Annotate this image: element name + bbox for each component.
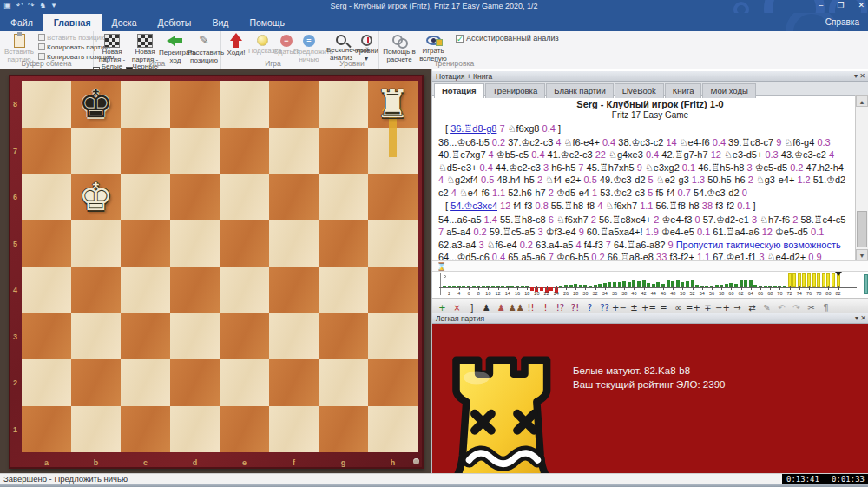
move-token[interactable]: ♘e2-g3 (656, 174, 689, 185)
annotation-symbol-button[interactable]: ↷ (789, 301, 804, 313)
move-token[interactable]: 65.a5-a6 (508, 252, 545, 260)
scroll-up-icon[interactable]: ▲ (856, 95, 868, 107)
board-square-c3[interactable] (121, 313, 170, 360)
board-square-g2[interactable] (319, 359, 368, 406)
close-button[interactable]: ✕ (858, 1, 865, 10)
move-token[interactable]: 50.h5-h6 (707, 174, 745, 185)
move-token[interactable]: f3-f2 (715, 201, 734, 211)
board-square-e3[interactable] (220, 313, 269, 360)
move-token[interactable]: 55.♖h8-f8 (551, 201, 595, 211)
annotation-symbol-button[interactable]: ¶ (819, 301, 833, 313)
move-token[interactable]: 52.h6-h7 (508, 188, 545, 198)
board-square-a4[interactable] (22, 267, 71, 313)
move-token[interactable]: ♘f6xh7 (605, 201, 637, 211)
annotation-symbol-button[interactable]: ? (582, 301, 597, 313)
board-square-a5[interactable] (22, 220, 71, 267)
white-king-piece[interactable]: ♚ (71, 174, 121, 220)
annotation-symbol-button[interactable]: ± (627, 301, 641, 313)
annotation-symbol-button[interactable]: ♟ (494, 301, 509, 313)
collapse-icon[interactable]: ▾ (855, 314, 858, 322)
notation-tab-Книга[interactable]: Книга (665, 83, 702, 98)
annotation-symbol-button[interactable]: += (641, 301, 656, 313)
move-token[interactable]: 45.♖h7xh5 (587, 162, 635, 173)
variation-move[interactable]: 36.♖d8-g8 (450, 123, 496, 134)
move-token[interactable]: ♔b5-c5 (496, 149, 529, 160)
move-token[interactable]: ♘e4-f6 (680, 137, 710, 148)
notation-tab-Бланк партии[interactable]: Бланк партии (546, 83, 613, 98)
assisted-analysis-checkbox[interactable]: ✓Ассистированный анализ (456, 34, 559, 43)
black-king-piece[interactable]: ♚ (71, 81, 121, 128)
move-token[interactable]: 54.♔c3-d2 (694, 188, 740, 198)
annotation-symbol-button[interactable]: !? (553, 301, 568, 313)
move-token[interactable]: 48.h4-h5 (496, 174, 534, 185)
board-square-g8[interactable] (319, 81, 368, 128)
board-square-b4[interactable] (71, 267, 121, 313)
chess-board[interactable] (22, 81, 418, 452)
board-square-d1[interactable] (170, 406, 220, 453)
annotation-symbol-button[interactable]: × (450, 301, 464, 313)
board-square-f8[interactable] (269, 81, 319, 128)
board-square-d2[interactable] (170, 359, 220, 406)
move-token[interactable]: ♘f6xg8 (508, 123, 540, 134)
annotation-symbol-button[interactable]: !! (523, 301, 538, 313)
board-square-h5[interactable] (368, 220, 418, 267)
board-square-f2[interactable] (269, 359, 319, 406)
board-square-h3[interactable] (368, 313, 418, 360)
move-token[interactable]: ♔e4-e5 (661, 227, 694, 237)
board-square-b7[interactable] (71, 128, 121, 174)
board-square-g6[interactable] (319, 174, 368, 220)
move-token[interactable]: ♘f4-e2+ (545, 174, 581, 185)
tab-Помощь[interactable]: Помощь (239, 14, 295, 31)
board-square-e4[interactable] (220, 267, 269, 313)
help-link[interactable]: Справка (825, 17, 859, 27)
board-square-g1[interactable] (319, 406, 368, 453)
move-token[interactable]: ♘f6-e4+ (564, 137, 600, 148)
move-token[interactable]: 42.♖g7-h7 (661, 149, 707, 160)
board-square-d5[interactable] (170, 220, 220, 267)
annotation-symbol-button[interactable]: ✎ (760, 301, 774, 313)
board-square-e7[interactable] (220, 128, 269, 174)
annotation-symbol-button[interactable]: ↶ (774, 301, 789, 313)
move-token[interactable]: ♘f6-g4 (784, 137, 814, 148)
move-token[interactable]: ♔e4-f3 (661, 214, 692, 225)
board-square-e5[interactable] (220, 220, 269, 267)
board-square-a7[interactable] (22, 128, 71, 174)
move-token[interactable]: 44.♔c2-c3 (496, 162, 541, 173)
board-square-e2[interactable] (220, 359, 269, 406)
move-token[interactable]: ♘g3-e4+ (756, 174, 794, 185)
move-token[interactable]: ♘f6xh7 (556, 214, 589, 225)
move-token[interactable]: 64...♔d5-c6 (438, 252, 490, 260)
tab-Дебюты[interactable]: Дебюты (148, 14, 202, 31)
annotation-symbol-button[interactable]: ?! (568, 301, 582, 313)
move-token[interactable]: 64.♖a6-a8? (614, 240, 665, 250)
annotation-symbol-button[interactable]: ∞ (671, 301, 686, 313)
move-token[interactable]: ] (558, 123, 561, 134)
tab-Доска[interactable]: Доска (102, 14, 148, 31)
move-token[interactable]: [ (445, 123, 448, 134)
evaluation-chart[interactable]: 2468101214161820222426283032343638404244… (432, 272, 868, 298)
move-token[interactable]: f5-f4 (655, 188, 674, 198)
move-token[interactable]: 57.♔d2-e1 (703, 214, 749, 225)
move-token[interactable]: 53.♔c2-c3 (600, 188, 645, 198)
move-token[interactable]: 66.♖a8-e8 (608, 252, 654, 260)
minimize-button[interactable]: – (819, 1, 823, 10)
move-token[interactable]: [ (445, 201, 448, 211)
notation-tab-LiveBook[interactable]: LiveBook (615, 83, 664, 98)
board-square-d8[interactable] (170, 81, 220, 128)
notation-scrollbar[interactable]: ▲ ▼ (855, 95, 868, 260)
move-token[interactable]: ♘f6-e4 (487, 240, 517, 250)
move-token[interactable]: 54...a6-a5 (438, 214, 482, 225)
annotation-symbol-button[interactable]: −+ (715, 301, 730, 313)
move-token[interactable]: 43.♔c3-c2 (781, 149, 826, 160)
move-token[interactable]: ] (753, 201, 756, 211)
board-square-h6[interactable] (368, 174, 418, 220)
move-token[interactable]: 38.♔c3-c2 (618, 137, 663, 148)
move-token[interactable]: f3-f2+ (669, 252, 694, 260)
annotation-symbol-button[interactable]: ⇄ (745, 301, 760, 313)
move-token[interactable]: ♘d5-e3+ (438, 162, 477, 173)
move-token[interactable]: f4-f3 (584, 240, 603, 250)
close-icon[interactable]: ✕ (860, 314, 866, 322)
annotation-symbol-button[interactable]: = (656, 301, 671, 313)
move-token[interactable]: ♔c5-d5 (755, 162, 787, 173)
board-square-c7[interactable] (121, 128, 170, 174)
